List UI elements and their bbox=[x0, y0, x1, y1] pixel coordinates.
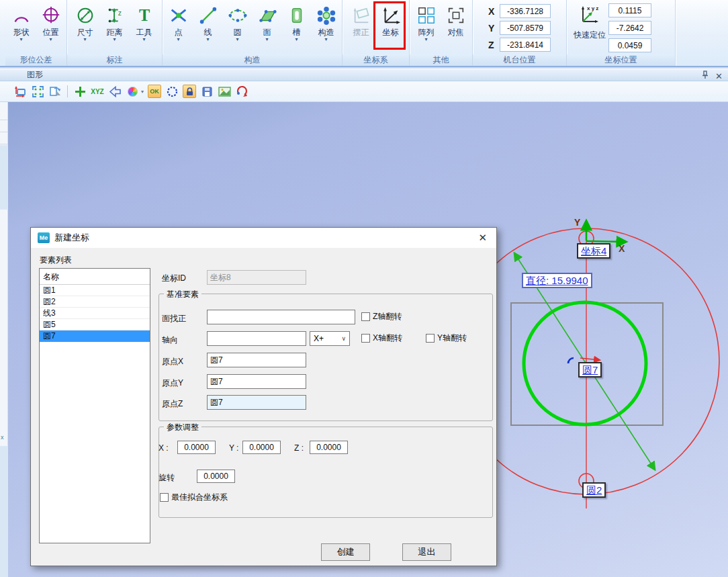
array-grid-icon bbox=[415, 3, 438, 28]
x-axis-arrow bbox=[586, 241, 626, 242]
param-y-label: Y : bbox=[229, 443, 238, 453]
ribbon-group-coordinate-system: 摆正 坐标 坐标系 bbox=[343, 0, 410, 66]
svg-text:x y z: x y z bbox=[587, 5, 598, 11]
param-y-field[interactable] bbox=[242, 441, 281, 454]
xyz-display-icon[interactable]: XYZ bbox=[91, 85, 104, 98]
rotate-field[interactable] bbox=[197, 470, 235, 483]
circle7-label[interactable]: 圆7 bbox=[578, 362, 602, 378]
dialog-close-icon[interactable]: ✕ bbox=[475, 232, 490, 244]
origin-z-field[interactable] bbox=[207, 395, 306, 410]
graphics-panel-title: 图形 bbox=[27, 69, 43, 81]
origin-x-field[interactable] bbox=[207, 353, 306, 367]
machine-y-value: -507.8579 bbox=[500, 21, 551, 35]
element-list-label: 要素列表 bbox=[40, 255, 72, 266]
coord-id-label: 坐标ID bbox=[162, 273, 186, 284]
create-button[interactable]: 创建 bbox=[321, 543, 370, 561]
param-z-field[interactable] bbox=[310, 441, 348, 454]
ribbon-button-plane[interactable]: 面 ▾ bbox=[253, 1, 282, 54]
rail-tab-icon[interactable]: x bbox=[1, 434, 4, 441]
ribbon-button-position[interactable]: 位置 ▾ bbox=[36, 1, 66, 54]
chevron-down-icon: ∨ bbox=[341, 335, 346, 342]
machine-z-row: Z -231.8414 bbox=[488, 38, 551, 52]
ribbon-button-distance[interactable]: z 距离 ▾ bbox=[100, 1, 130, 54]
list-item[interactable]: 圆2 bbox=[40, 296, 150, 308]
ribbon-button-coordinate[interactable]: 坐标 bbox=[376, 1, 406, 54]
axis-field[interactable] bbox=[207, 331, 306, 346]
ribbon-button-slot[interactable]: 槽 ▾ bbox=[282, 1, 312, 54]
color-wheel-icon[interactable] bbox=[126, 85, 139, 98]
ribbon-button-array[interactable]: 阵列 ▾ bbox=[412, 1, 441, 54]
diameter-label[interactable]: 直径: 15.9940 bbox=[522, 273, 592, 288]
coordinate-axes-icon bbox=[379, 3, 402, 28]
list-item[interactable]: 圆1 bbox=[40, 285, 150, 296]
dropdown-arrow-icon: ▾ bbox=[265, 37, 268, 42]
quick-locate-button[interactable]: x y z 快速定位 bbox=[574, 4, 606, 54]
dropdown-arrow-icon: ▾ bbox=[83, 37, 86, 42]
arc-shape-icon bbox=[10, 3, 33, 28]
close-icon[interactable]: ✕ bbox=[715, 71, 723, 81]
add-point-icon[interactable] bbox=[73, 85, 87, 98]
face-align-field[interactable] bbox=[207, 310, 355, 324]
dialog-titlebar[interactable]: Me 新建坐标 ✕ bbox=[31, 228, 496, 248]
dropdown-arrow-icon: ▾ bbox=[295, 37, 298, 42]
dropdown-arrow-icon: ▾ bbox=[113, 37, 116, 42]
toolbar-separator bbox=[67, 85, 68, 97]
pin-icon[interactable] bbox=[702, 71, 709, 81]
ribbon-button-point[interactable]: 点 ▾ bbox=[164, 1, 193, 54]
machine-z-value: -231.8414 bbox=[500, 38, 551, 52]
list-item[interactable]: 圆5 bbox=[40, 319, 150, 330]
machine-y-row: Y -507.8579 bbox=[488, 21, 551, 35]
coord4-label[interactable]: 坐标4 bbox=[577, 243, 610, 259]
ribbon-group-form-tolerance: 形状 ▾ 位置 ▾ 形位公差 bbox=[5, 0, 67, 66]
image-icon[interactable] bbox=[218, 85, 231, 98]
ribbon-button-line[interactable]: 线 ▾ bbox=[193, 1, 223, 54]
list-item[interactable]: 线3 bbox=[40, 308, 150, 319]
save-icon[interactable] bbox=[200, 85, 214, 98]
view-flip-icon[interactable] bbox=[48, 85, 62, 98]
selection-circle-icon[interactable] bbox=[165, 85, 179, 98]
ribbon-button-tool[interactable]: T 工具 ▾ bbox=[130, 1, 159, 54]
ribbon-group-caption: 机台位置 bbox=[473, 54, 566, 66]
pan-view-icon[interactable] bbox=[13, 85, 27, 98]
coord-y-value: -7.2642 bbox=[608, 21, 651, 35]
ribbon-button-construct[interactable]: 构造 ▾ bbox=[312, 1, 341, 54]
select-arrow-icon[interactable] bbox=[108, 85, 122, 98]
axis-direction-select[interactable]: X+ ∨ bbox=[310, 331, 350, 346]
ribbon-group-caption: 标注 bbox=[67, 54, 162, 66]
origin-y-field[interactable] bbox=[207, 374, 306, 389]
line-icon bbox=[197, 3, 220, 28]
rotate-view-icon[interactable] bbox=[235, 85, 248, 98]
machine-x-value: -336.7128 bbox=[500, 4, 551, 18]
param-x-field[interactable] bbox=[177, 441, 216, 454]
ribbon-button-circle[interactable]: 圆 ▾ bbox=[223, 1, 253, 54]
ribbon-button-focus[interactable]: 对焦 bbox=[441, 1, 471, 54]
flip-z-checkbox[interactable]: Z轴翻转 bbox=[361, 311, 402, 322]
y-axis-label: Y bbox=[574, 217, 581, 228]
element-list[interactable]: 名称 圆1 圆2 线3 圆5 圆7 bbox=[39, 268, 150, 543]
best-fit-checkbox[interactable]: 最佳拟合坐标系 bbox=[160, 492, 228, 503]
point-icon bbox=[167, 3, 190, 28]
face-align-label: 面找正 bbox=[162, 313, 186, 324]
flip-y-checkbox[interactable]: Y轴翻转 bbox=[426, 332, 467, 344]
rotation-arc-icon bbox=[568, 358, 574, 363]
new-coordinate-dialog: Me 新建坐标 ✕ 要素列表 名称 圆1 圆2 线3 圆5 圆7 坐标ID 基准… bbox=[30, 227, 497, 566]
ok-toggle[interactable]: OK bbox=[148, 85, 161, 98]
slot-icon bbox=[285, 3, 308, 28]
distance-icon: z bbox=[103, 3, 126, 28]
rotate-label: 旋转 bbox=[158, 472, 175, 484]
circle2-label[interactable]: 圆2 bbox=[582, 482, 606, 498]
dropdown-arrow-icon: ▾ bbox=[49, 37, 52, 42]
lock-toggle[interactable] bbox=[183, 85, 196, 98]
ribbon-button-dimension[interactable]: 尺寸 ▾ bbox=[71, 1, 100, 54]
align-icon bbox=[350, 3, 373, 28]
ribbon-button-shape[interactable]: 形状 ▾ bbox=[7, 1, 36, 54]
dropdown-arrow-icon[interactable]: ▾ bbox=[141, 89, 144, 95]
origin-x-label: 原点X bbox=[162, 356, 183, 367]
collapsed-panel-rail[interactable]: x bbox=[0, 102, 8, 577]
zoom-extents-icon[interactable] bbox=[31, 85, 44, 98]
machine-x-row: X -336.7128 bbox=[488, 4, 551, 18]
flip-x-checkbox[interactable]: X轴翻转 bbox=[361, 332, 402, 344]
list-item-selected[interactable]: 圆7 bbox=[40, 330, 150, 342]
ribbon-group-construct: 点 ▾ 线 ▾ 圆 ▾ 面 ▾ bbox=[163, 0, 343, 66]
exit-button[interactable]: 退出 bbox=[402, 543, 451, 561]
